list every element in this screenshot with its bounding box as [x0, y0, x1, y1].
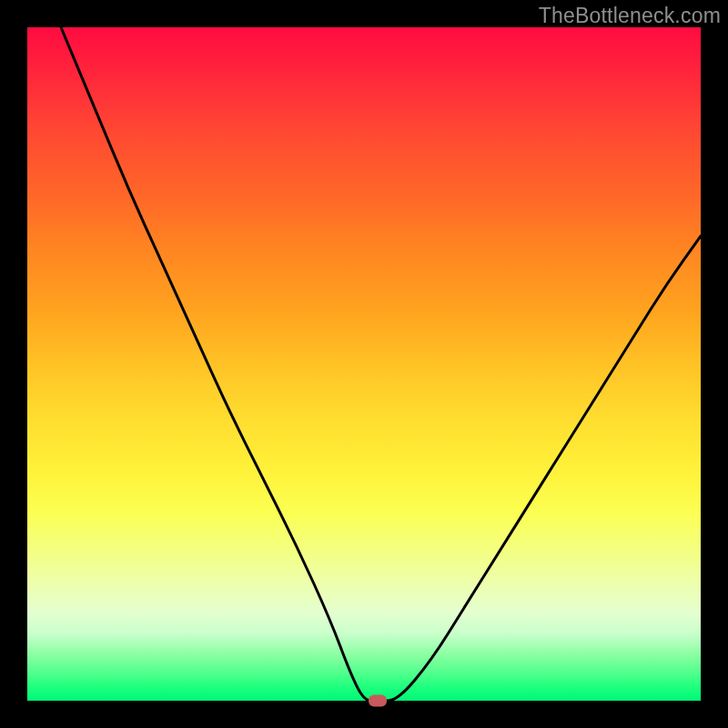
bottleneck-curve	[27, 27, 701, 701]
plot-area	[27, 27, 701, 701]
optimal-point-marker	[369, 695, 387, 707]
watermark-text: TheBottleneck.com	[539, 4, 721, 28]
chart-frame: TheBottleneck.com	[0, 0, 728, 728]
